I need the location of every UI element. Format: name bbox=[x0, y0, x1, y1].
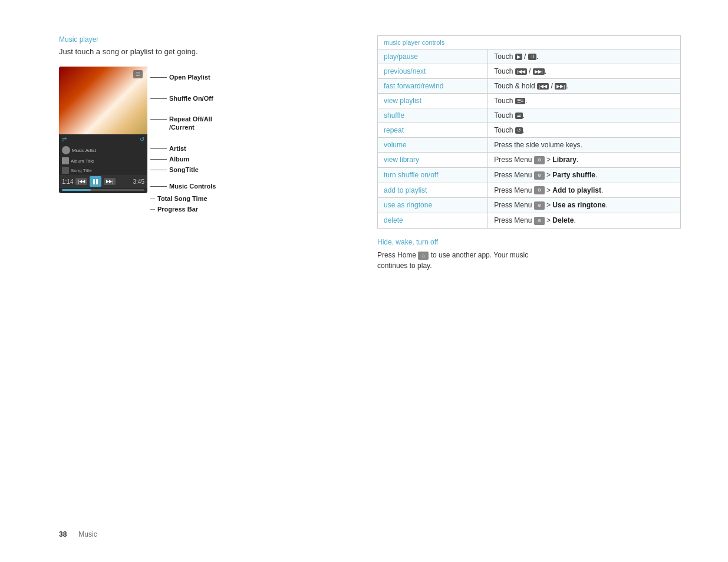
table-row: delete Press Menu ⚙ > Delete. bbox=[378, 213, 681, 229]
ctrl-ringtone-desc: Press Menu ⚙ > Use as ringtone. bbox=[488, 198, 681, 213]
next-btn[interactable]: ▶▶| bbox=[104, 178, 116, 185]
ctrl-shuffle-desc: Touch ⇌. bbox=[488, 108, 681, 123]
ctrl-add-playlist-label: add to playlist bbox=[378, 183, 488, 198]
label-repeat: Repeat Off/All/Current bbox=[150, 115, 212, 132]
menu-icon: ⚙ bbox=[534, 201, 545, 210]
hide-text-part1: Press Home bbox=[377, 251, 418, 259]
page-label: Music bbox=[78, 530, 97, 538]
progress-bar-fill bbox=[62, 189, 91, 191]
ctrl-shuffle-label: shuffle bbox=[378, 108, 488, 123]
pause-icon bbox=[93, 179, 98, 184]
label-shuffle-text: Shuffle On/Off bbox=[169, 95, 213, 102]
page-number: 38 bbox=[59, 530, 67, 538]
line-song-title bbox=[150, 170, 167, 170]
label-repeat-text: Repeat Off/All/Current bbox=[169, 115, 212, 132]
menu-icon: ⚙ bbox=[534, 171, 545, 180]
section-title: Music player bbox=[59, 35, 342, 44]
label-song-title-text: SongTitle bbox=[169, 166, 199, 173]
shuffle-row: ⇌ ↺ bbox=[59, 134, 147, 144]
table-row: turn shuffle on/off Press Menu ⚙ > Party… bbox=[378, 167, 681, 183]
line-progress-bar bbox=[150, 209, 155, 210]
pause-btn-icon: ⏸ bbox=[528, 54, 536, 60]
play-btn-icon: ▶ bbox=[515, 54, 522, 60]
diagram-labels: Open Playlist Shuffle On/Off Repeat Off/… bbox=[150, 67, 342, 193]
label-artist: Artist bbox=[150, 145, 186, 152]
ringtone-bold: Use as ringtone bbox=[552, 201, 605, 209]
ctrl-view-library-label: view library bbox=[378, 153, 488, 168]
album-thumb bbox=[62, 157, 69, 164]
label-total-song-time-text: Total Song Time bbox=[157, 195, 207, 202]
controls-table: music player controls play/pause Touch ▶… bbox=[377, 35, 681, 229]
ctrl-view-library-desc: Press Menu ⚙ > Library. bbox=[488, 153, 681, 168]
label-shuffle: Shuffle On/Off bbox=[150, 95, 213, 102]
ctrl-prev-next-label: previous/next bbox=[378, 64, 488, 79]
ctrl-ringtone-label: use as ringtone bbox=[378, 198, 488, 213]
ctrl-repeat-desc: Touch ↺. bbox=[488, 123, 681, 138]
line-album bbox=[150, 159, 167, 160]
ff-icon: ▶▶| bbox=[555, 83, 566, 90]
label-music-controls: Music Controls bbox=[150, 183, 216, 190]
shuffle-icon: ⇌ bbox=[62, 136, 67, 143]
right-column: music player controls play/pause Touch ▶… bbox=[377, 35, 681, 271]
add-to-playlist-bold: Add to playlist bbox=[552, 186, 601, 194]
ctrl-play-pause-label: play/pause bbox=[378, 49, 488, 64]
ctrl-repeat-label: repeat bbox=[378, 123, 488, 138]
label-progress-bar: Progress Bar bbox=[150, 206, 198, 213]
page-footer: 38 Music bbox=[59, 530, 97, 538]
ctrl-view-playlist-label: view playlist bbox=[378, 94, 488, 108]
artist-label: Music Artist bbox=[72, 148, 96, 153]
ctrl-delete-label: delete bbox=[378, 213, 488, 229]
ctrl-add-playlist-desc: Press Menu ⚙ > Add to playlist. bbox=[488, 183, 681, 198]
artist-avatar bbox=[62, 146, 70, 154]
repeat-icon: ↺ bbox=[140, 136, 144, 143]
playlist-icon-btn: ☰≡ bbox=[515, 98, 526, 104]
label-music-controls-text: Music Controls bbox=[169, 183, 216, 190]
time-current: 1:14 bbox=[62, 178, 73, 185]
hide-section: Hide, wake, turn off Press Home ⌂ to use… bbox=[377, 238, 681, 271]
phone-screen: ☰ ⇌ ↺ Music Artist bbox=[59, 67, 147, 193]
playlist-overlay-btn: ☰ bbox=[133, 70, 143, 78]
table-row: play/pause Touch ▶ / ⏸. bbox=[378, 49, 681, 64]
party-shuffle-bold: Party shuffle bbox=[552, 171, 595, 179]
ctrl-prev-next-desc: Touch |◀◀ / ▶▶|. bbox=[488, 64, 681, 79]
table-row: view library Press Menu ⚙ > Library. bbox=[378, 153, 681, 168]
player-diagram: ☰ ⇌ ↺ Music Artist bbox=[59, 67, 342, 193]
label-album: Album bbox=[150, 156, 189, 163]
table-row: view playlist Touch ☰≡. bbox=[378, 94, 681, 108]
shuffle-icon-btn: ⇌ bbox=[515, 113, 523, 119]
rw-icon: |◀◀ bbox=[537, 83, 549, 90]
menu-icon: ⚙ bbox=[534, 217, 545, 225]
label-open-playlist-text: Open Playlist bbox=[169, 74, 210, 81]
menu-icon: ⚙ bbox=[534, 156, 545, 164]
table-row: volume Press the side volume keys. bbox=[378, 138, 681, 153]
table-row: previous/next Touch |◀◀ / ▶▶|. bbox=[378, 64, 681, 79]
ctrl-ff-rw-desc: Touch & hold |◀◀ / ▶▶|. bbox=[488, 79, 681, 94]
progress-area bbox=[59, 188, 147, 193]
table-row: use as ringtone Press Menu ⚙ > Use as ri… bbox=[378, 198, 681, 213]
line-music-controls bbox=[150, 186, 167, 187]
ctrl-play-pause-desc: Touch ▶ / ⏸. bbox=[488, 49, 681, 64]
delete-bold: Delete bbox=[552, 216, 574, 224]
label-progress-bar-text: Progress Bar bbox=[157, 206, 198, 213]
controls-row: 1:14 |◀◀ ▶▶| 3:45 bbox=[59, 175, 147, 188]
hide-title: Hide, wake, turn off bbox=[377, 238, 681, 246]
artist-row: Music Artist bbox=[59, 144, 147, 156]
table-row: add to playlist Press Menu ⚙ > Add to pl… bbox=[378, 183, 681, 198]
menu-icon: ⚙ bbox=[534, 186, 545, 194]
ctrl-turn-shuffle-desc: Press Menu ⚙ > Party shuffle. bbox=[488, 167, 681, 183]
song-thumb bbox=[62, 167, 69, 174]
song-row: Song Title bbox=[59, 166, 147, 175]
table-row: fast forward/rewind Touch & hold |◀◀ / ▶… bbox=[378, 79, 681, 94]
ctrl-volume-label: volume bbox=[378, 138, 488, 153]
hide-text: Press Home ⌂ to use another app. Your mu… bbox=[377, 250, 681, 271]
pause-btn[interactable] bbox=[90, 176, 101, 187]
next-icon: ▶▶| bbox=[533, 68, 545, 75]
label-open-playlist: Open Playlist bbox=[150, 74, 210, 81]
prev-icon: |◀◀ bbox=[515, 68, 527, 75]
home-icon: ⌂ bbox=[418, 252, 429, 260]
table-header-row: music player controls bbox=[378, 36, 681, 49]
intro-text: Just touch a song or playlist to get goi… bbox=[59, 47, 342, 56]
line-shuffle bbox=[150, 98, 167, 99]
prev-btn[interactable]: |◀◀ bbox=[75, 178, 87, 185]
label-artist-text: Artist bbox=[169, 145, 186, 152]
